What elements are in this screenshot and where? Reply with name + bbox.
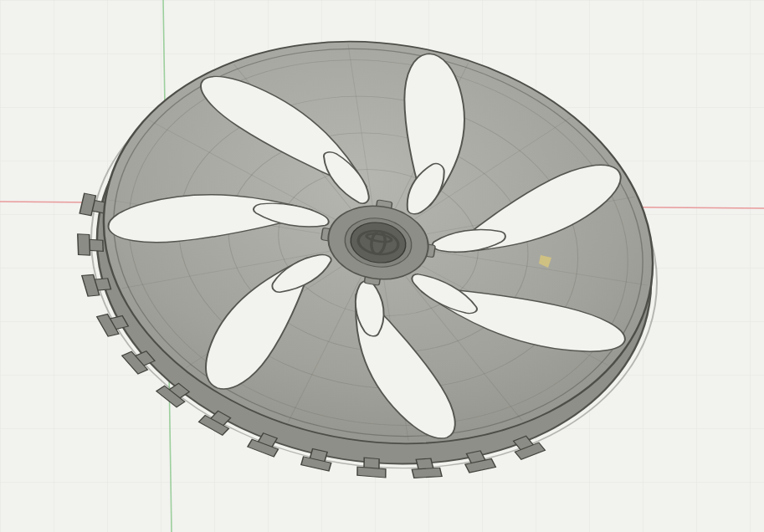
cad-viewport[interactable] (0, 0, 764, 532)
